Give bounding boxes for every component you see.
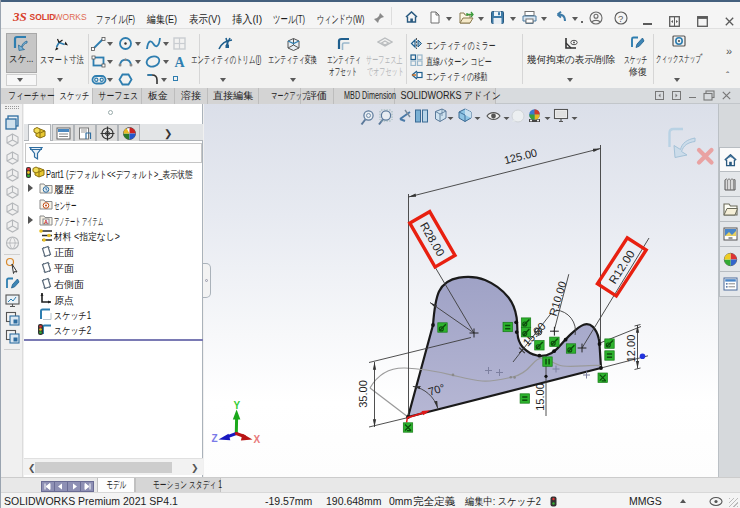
svg-text:X: X bbox=[254, 434, 261, 445]
svg-text:125.00: 125.00 bbox=[503, 146, 539, 166]
svg-text:15.00: 15.00 bbox=[534, 383, 546, 411]
svg-text:WORKS: WORKS bbox=[55, 12, 87, 22]
svg-text:A: A bbox=[175, 55, 186, 69]
svg-text:3S: 3S bbox=[12, 9, 27, 24]
svg-text:Z: Z bbox=[212, 433, 218, 444]
svg-text:12.00: 12.00 bbox=[625, 335, 637, 363]
svg-text:A: A bbox=[44, 219, 48, 225]
svg-text:?: ? bbox=[618, 13, 623, 24]
svg-text:Y: Y bbox=[234, 400, 241, 411]
svg-text:35.00: 35.00 bbox=[357, 380, 369, 408]
svg-text:R10.00: R10.00 bbox=[547, 280, 569, 317]
svg-text:R12.00: R12.00 bbox=[607, 248, 637, 286]
svg-text:R28.00: R28.00 bbox=[418, 220, 447, 258]
svg-text:SOLID: SOLID bbox=[30, 12, 56, 22]
